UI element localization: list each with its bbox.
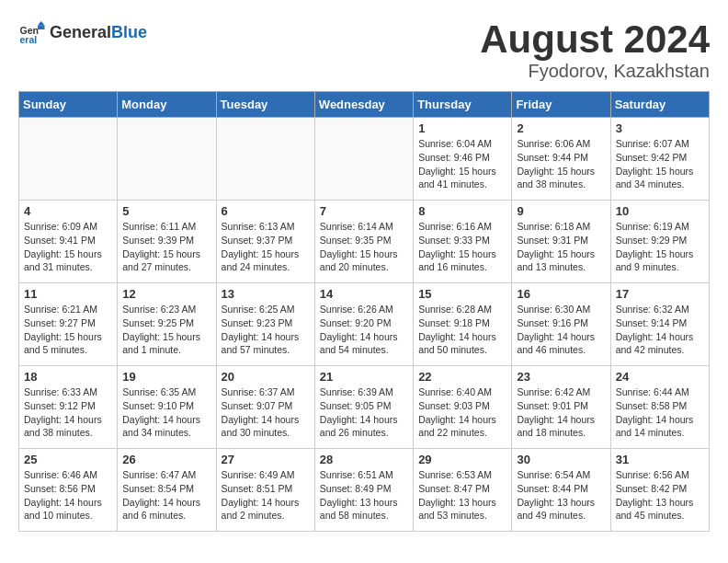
day-info: Sunrise: 6:56 AMSunset: 8:42 PMDaylight:… bbox=[616, 468, 704, 523]
day-number: 5 bbox=[122, 204, 210, 218]
day-number: 29 bbox=[418, 453, 506, 466]
day-number: 16 bbox=[517, 287, 605, 301]
day-number: 8 bbox=[418, 204, 506, 218]
day-info: Sunrise: 6:07 AMSunset: 9:42 PMDaylight:… bbox=[616, 137, 704, 191]
day-number: 27 bbox=[222, 453, 310, 466]
page-header: Gen eral GeneralBlue August 2024 Fyodoro… bbox=[18, 18, 710, 82]
calendar-week-row: 25Sunrise: 6:46 AMSunset: 8:56 PMDayligh… bbox=[19, 449, 710, 532]
calendar-day-cell: 19Sunrise: 6:35 AMSunset: 9:10 PMDayligh… bbox=[118, 366, 216, 449]
day-number: 13 bbox=[222, 287, 310, 301]
day-number: 17 bbox=[616, 287, 704, 301]
svg-marker-2 bbox=[38, 21, 45, 26]
calendar-day-cell: 20Sunrise: 6:37 AMSunset: 9:07 PMDayligh… bbox=[216, 366, 314, 449]
logo-icon: Gen eral bbox=[18, 18, 46, 46]
weekday-header-row: SundayMondayTuesdayWednesdayThursdayFrid… bbox=[19, 92, 710, 118]
day-info: Sunrise: 6:18 AMSunset: 9:31 PMDaylight:… bbox=[517, 220, 605, 274]
day-info: Sunrise: 6:42 AMSunset: 9:01 PMDaylight:… bbox=[517, 385, 605, 440]
calendar-day-cell: 26Sunrise: 6:47 AMSunset: 8:54 PMDayligh… bbox=[118, 449, 216, 532]
day-info: Sunrise: 6:19 AMSunset: 9:29 PMDaylight:… bbox=[616, 220, 704, 274]
calendar-day-cell: 9Sunrise: 6:18 AMSunset: 9:31 PMDaylight… bbox=[512, 201, 610, 283]
day-number: 23 bbox=[517, 370, 605, 384]
calendar-day-cell: 25Sunrise: 6:46 AMSunset: 8:56 PMDayligh… bbox=[19, 449, 118, 532]
calendar-day-cell: 31Sunrise: 6:56 AMSunset: 8:42 PMDayligh… bbox=[610, 449, 709, 532]
day-info: Sunrise: 6:23 AMSunset: 9:25 PMDaylight:… bbox=[122, 303, 210, 357]
calendar-day-cell: 12Sunrise: 6:23 AMSunset: 9:25 PMDayligh… bbox=[118, 283, 216, 366]
day-number: 31 bbox=[616, 453, 704, 466]
calendar-day-cell: 17Sunrise: 6:32 AMSunset: 9:14 PMDayligh… bbox=[610, 283, 709, 366]
day-number: 2 bbox=[517, 121, 605, 135]
day-info: Sunrise: 6:40 AMSunset: 9:03 PMDaylight:… bbox=[418, 385, 506, 440]
calendar-day-cell: 4Sunrise: 6:09 AMSunset: 9:41 PMDaylight… bbox=[19, 201, 118, 283]
calendar-day-cell: 11Sunrise: 6:21 AMSunset: 9:27 PMDayligh… bbox=[19, 283, 118, 366]
calendar-day-cell: 14Sunrise: 6:26 AMSunset: 9:20 PMDayligh… bbox=[314, 283, 413, 366]
day-number: 4 bbox=[24, 204, 112, 218]
weekday-header: Monday bbox=[118, 92, 216, 118]
day-info: Sunrise: 6:32 AMSunset: 9:14 PMDaylight:… bbox=[616, 303, 704, 357]
calendar-day-cell: 28Sunrise: 6:51 AMSunset: 8:49 PMDayligh… bbox=[314, 449, 413, 532]
day-number: 18 bbox=[24, 370, 112, 384]
calendar-day-cell bbox=[314, 118, 413, 201]
month-title: August 2024 bbox=[480, 18, 710, 61]
location-title: Fyodorov, Kazakhstan bbox=[480, 61, 710, 82]
weekday-header: Saturday bbox=[610, 92, 709, 118]
day-info: Sunrise: 6:30 AMSunset: 9:16 PMDaylight:… bbox=[517, 303, 605, 357]
day-number: 11 bbox=[24, 287, 112, 301]
calendar-day-cell: 7Sunrise: 6:14 AMSunset: 9:35 PMDaylight… bbox=[314, 201, 413, 283]
calendar-week-row: 11Sunrise: 6:21 AMSunset: 9:27 PMDayligh… bbox=[19, 283, 710, 366]
day-number: 30 bbox=[517, 453, 605, 466]
day-info: Sunrise: 6:44 AMSunset: 8:58 PMDaylight:… bbox=[616, 385, 704, 440]
day-number: 7 bbox=[320, 204, 408, 218]
calendar-day-cell: 2Sunrise: 6:06 AMSunset: 9:44 PMDaylight… bbox=[512, 118, 610, 201]
day-number: 3 bbox=[616, 121, 704, 135]
logo-general: General bbox=[50, 23, 111, 41]
calendar-day-cell: 16Sunrise: 6:30 AMSunset: 9:16 PMDayligh… bbox=[512, 283, 610, 366]
day-info: Sunrise: 6:21 AMSunset: 9:27 PMDaylight:… bbox=[24, 303, 112, 357]
svg-text:eral: eral bbox=[20, 34, 38, 45]
day-number: 9 bbox=[517, 204, 605, 218]
calendar-day-cell bbox=[216, 118, 314, 201]
calendar-day-cell: 22Sunrise: 6:40 AMSunset: 9:03 PMDayligh… bbox=[414, 366, 512, 449]
day-number: 20 bbox=[222, 370, 310, 384]
weekday-header: Wednesday bbox=[314, 92, 413, 118]
day-info: Sunrise: 6:35 AMSunset: 9:10 PMDaylight:… bbox=[122, 385, 210, 440]
day-number: 15 bbox=[418, 287, 506, 301]
day-number: 24 bbox=[616, 370, 704, 384]
day-number: 25 bbox=[24, 453, 112, 466]
calendar-day-cell: 30Sunrise: 6:54 AMSunset: 8:44 PMDayligh… bbox=[512, 449, 610, 532]
calendar-day-cell: 27Sunrise: 6:49 AMSunset: 8:51 PMDayligh… bbox=[216, 449, 314, 532]
day-info: Sunrise: 6:49 AMSunset: 8:51 PMDaylight:… bbox=[222, 468, 310, 523]
weekday-header: Sunday bbox=[19, 92, 118, 118]
day-number: 22 bbox=[418, 370, 506, 384]
weekday-header: Tuesday bbox=[216, 92, 314, 118]
calendar-day-cell: 18Sunrise: 6:33 AMSunset: 9:12 PMDayligh… bbox=[19, 366, 118, 449]
calendar-week-row: 18Sunrise: 6:33 AMSunset: 9:12 PMDayligh… bbox=[19, 366, 710, 449]
calendar-day-cell: 5Sunrise: 6:11 AMSunset: 9:39 PMDaylight… bbox=[118, 201, 216, 283]
day-number: 6 bbox=[222, 204, 310, 218]
weekday-header: Thursday bbox=[414, 92, 512, 118]
day-number: 12 bbox=[122, 287, 210, 301]
calendar-day-cell: 6Sunrise: 6:13 AMSunset: 9:37 PMDaylight… bbox=[216, 201, 314, 283]
calendar-day-cell: 29Sunrise: 6:53 AMSunset: 8:47 PMDayligh… bbox=[414, 449, 512, 532]
day-info: Sunrise: 6:13 AMSunset: 9:37 PMDaylight:… bbox=[222, 220, 310, 274]
calendar-day-cell: 1Sunrise: 6:04 AMSunset: 9:46 PMDaylight… bbox=[414, 118, 512, 201]
calendar-day-cell: 8Sunrise: 6:16 AMSunset: 9:33 PMDaylight… bbox=[414, 201, 512, 283]
day-info: Sunrise: 6:51 AMSunset: 8:49 PMDaylight:… bbox=[320, 468, 408, 523]
day-info: Sunrise: 6:09 AMSunset: 9:41 PMDaylight:… bbox=[24, 220, 112, 274]
day-number: 10 bbox=[616, 204, 704, 218]
day-info: Sunrise: 6:33 AMSunset: 9:12 PMDaylight:… bbox=[24, 385, 112, 440]
day-info: Sunrise: 6:47 AMSunset: 8:54 PMDaylight:… bbox=[122, 468, 210, 523]
calendar-day-cell: 23Sunrise: 6:42 AMSunset: 9:01 PMDayligh… bbox=[512, 366, 610, 449]
day-info: Sunrise: 6:46 AMSunset: 8:56 PMDaylight:… bbox=[24, 468, 112, 523]
day-info: Sunrise: 6:04 AMSunset: 9:46 PMDaylight:… bbox=[418, 137, 506, 191]
logo: Gen eral GeneralBlue bbox=[18, 18, 147, 46]
day-info: Sunrise: 6:28 AMSunset: 9:18 PMDaylight:… bbox=[418, 303, 506, 357]
day-number: 21 bbox=[320, 370, 408, 384]
calendar-day-cell: 24Sunrise: 6:44 AMSunset: 8:58 PMDayligh… bbox=[610, 366, 709, 449]
calendar-day-cell: 21Sunrise: 6:39 AMSunset: 9:05 PMDayligh… bbox=[314, 366, 413, 449]
calendar-week-row: 4Sunrise: 6:09 AMSunset: 9:41 PMDaylight… bbox=[19, 201, 710, 283]
day-info: Sunrise: 6:25 AMSunset: 9:23 PMDaylight:… bbox=[222, 303, 310, 357]
day-number: 26 bbox=[122, 453, 210, 466]
calendar-day-cell bbox=[118, 118, 216, 201]
day-info: Sunrise: 6:37 AMSunset: 9:07 PMDaylight:… bbox=[222, 385, 310, 440]
calendar-day-cell: 10Sunrise: 6:19 AMSunset: 9:29 PMDayligh… bbox=[610, 201, 709, 283]
